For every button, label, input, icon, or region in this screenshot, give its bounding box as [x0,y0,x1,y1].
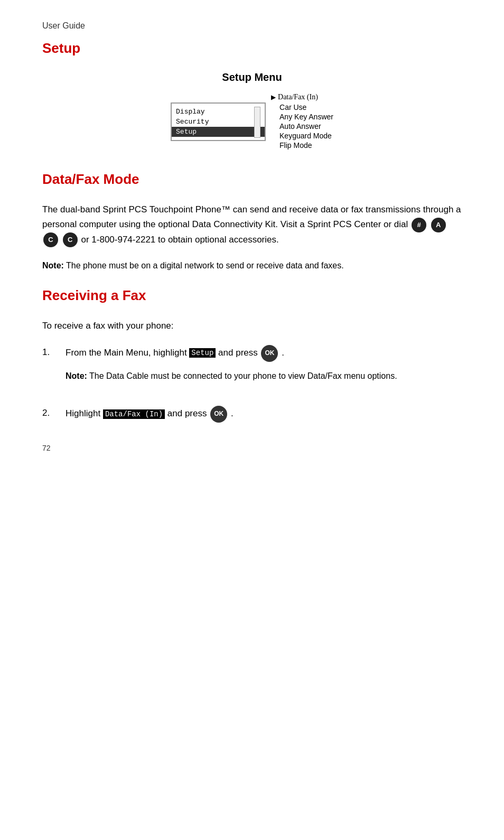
step-2-content: Highlight Data/Fax (In) and press OK . [66,406,462,423]
step-1-note-body: The Data Cable must be connected to your… [89,371,397,380]
menu-diagram: Display Security Setup Data/Fax (In) Car… [42,93,462,150]
step-2-highlight: Data/Fax (In) [103,409,165,419]
setup-menu-title: Setup Menu [42,71,462,83]
key-hash: # [412,218,426,232]
submenu-container: Data/Fax (In) Car Use Any Key Answer Aut… [271,93,333,150]
step-1-content: From the Main Menu, highlight Setup and … [66,345,462,396]
submenu-arrow-item: Data/Fax (In) [271,93,333,101]
step-2: 2. Highlight Data/Fax (In) and press OK … [42,406,462,423]
body-text-before-dial: The dual-band Sprint PCS Touchpoint Phon… [42,204,461,229]
menu-item-setup: Setup [172,127,265,137]
data-fax-heading: Data/Fax Mode [42,171,462,188]
step-1-note-label: Note: [66,371,87,380]
step-1-ok-button: OK [261,345,278,362]
step-1-number: 1. [42,345,55,396]
step-2-number: 2. [42,406,55,423]
user-guide-label: User Guide [42,21,462,31]
step-1-note: Note: The Data Cable must be connected t… [66,369,462,383]
menu-item-security: Security [172,117,265,127]
submenu-item-any-key: Any Key Answer [271,112,333,122]
receiving-fax-heading: Receiving a Fax [42,287,462,304]
submenu-item-car-use: Car Use [271,102,333,112]
setup-heading: Setup [42,40,462,57]
submenu-item-keyguard: Keyguard Mode [271,131,333,141]
submenu-item-auto-answer: Auto Answer [271,122,333,131]
menu-box: Display Security Setup [171,102,266,141]
page-number: 72 [42,444,462,452]
step-1-period: . [282,348,284,358]
data-fax-body: The dual-band Sprint PCS Touchpoint Phon… [42,202,462,247]
step-2-ok-button: OK [210,406,227,423]
step-2-text-before: Highlight [66,409,103,419]
key-a: A [431,218,446,232]
key-c2: C [63,232,78,247]
submenu-item-flip-mode: Flip Mode [271,141,333,150]
step-1: 1. From the Main Menu, highlight Setup a… [42,345,462,396]
data-fax-note: Note: The phone must be on a digital net… [42,259,462,273]
step-2-period: . [231,409,234,419]
step-1-highlight: Setup [189,348,216,358]
key-c1: C [43,232,58,247]
note-body: The phone must be on a digital network t… [66,261,344,270]
step-1-text-before: From the Main Menu, highlight [66,348,189,358]
body-text-after-dial: or 1-800-974-2221 to obtain optional acc… [81,235,278,245]
receiving-fax-intro: To receive a fax with your phone: [42,319,462,333]
step-2-text-after: and press [167,409,209,419]
note-label: Note: [42,261,64,270]
menu-item-display: Display [172,107,265,117]
step-1-text-after: and press [218,348,260,358]
